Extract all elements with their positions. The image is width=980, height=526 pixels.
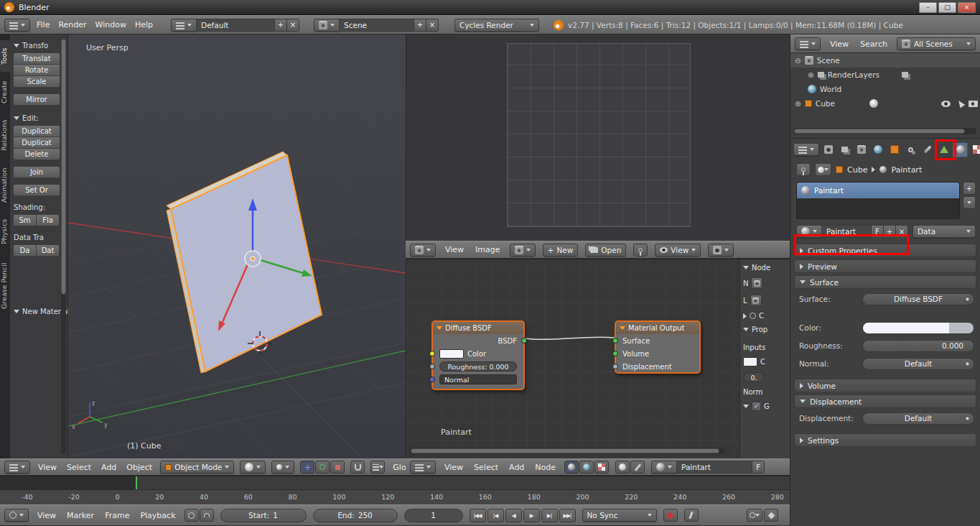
- roughness-value-field[interactable]: 0.000: [862, 340, 974, 352]
- node-editor[interactable]: Diffuse BSDF BSDF Color Roughness: 0.000…: [406, 259, 790, 458]
- close-button[interactable]: ×: [958, 2, 976, 13]
- tab-constraints[interactable]: [903, 142, 918, 157]
- panel-preview[interactable]: Preview: [794, 259, 976, 273]
- add-slot-button[interactable]: +: [963, 182, 976, 195]
- outliner-row-world[interactable]: World: [790, 82, 980, 96]
- expand-icon[interactable]: ⊕: [808, 70, 814, 79]
- rotate-manipulator-icon[interactable]: [315, 461, 330, 474]
- panel-custom-properties[interactable]: Custom Properties: [794, 244, 976, 257]
- tab-relations[interactable]: Relations: [0, 112, 10, 158]
- timeline-menu-marker[interactable]: Marker: [65, 511, 96, 520]
- menu-window[interactable]: Window: [93, 20, 129, 29]
- viewport-shading-selector[interactable]: [240, 461, 266, 474]
- rotate-button[interactable]: Rotate: [13, 64, 60, 76]
- tab-modifiers[interactable]: [920, 142, 935, 157]
- screen-layout-browse[interactable]: [171, 19, 197, 32]
- timeline-ruler[interactable]: -40 -20 0 20 40 60 80 100 120 140 160 18…: [0, 489, 790, 504]
- collapse-icon[interactable]: ⊖: [795, 56, 801, 65]
- translate-button[interactable]: Translat: [13, 52, 60, 65]
- selectable-icon[interactable]: [956, 99, 965, 109]
- slot-specials-button[interactable]: [963, 196, 976, 209]
- tab-texture[interactable]: [969, 142, 980, 157]
- add-scene-button[interactable]: +: [414, 19, 426, 32]
- minimize-button[interactable]: –: [919, 2, 937, 13]
- panel-edit-header[interactable]: Edit:: [14, 114, 65, 122]
- checkbox-icon[interactable]: ✓: [752, 402, 761, 411]
- node-editor-hscrollbar[interactable]: [410, 448, 724, 454]
- screen-layout-name[interactable]: Default: [196, 19, 275, 32]
- grease-pencil-row[interactable]: ✓G: [743, 402, 787, 411]
- image-display-selector[interactable]: [708, 244, 734, 257]
- panel-displacement[interactable]: Displacement: [794, 394, 976, 408]
- translate-manipulator-icon[interactable]: ✛: [300, 461, 314, 474]
- viewport-menu-select[interactable]: Select: [65, 463, 93, 472]
- timeline-menu-view[interactable]: View: [35, 511, 58, 520]
- viewport-menu-object[interactable]: Object: [124, 463, 154, 472]
- material-slot-list[interactable]: Paintart: [796, 182, 960, 219]
- play-button[interactable]: ▶: [523, 509, 540, 522]
- displacement-selector[interactable]: Default: [862, 412, 974, 425]
- new-material-button[interactable]: +: [883, 225, 896, 238]
- scene-name[interactable]: Scene: [339, 19, 414, 32]
- material-browse[interactable]: [651, 461, 677, 474]
- mirror-button[interactable]: Mirror: [13, 93, 60, 106]
- displacement-input-socket[interactable]: [612, 364, 618, 369]
- new-image-button[interactable]: +New: [543, 244, 579, 257]
- pin-image-icon[interactable]: [633, 244, 648, 257]
- menu-file[interactable]: File: [34, 20, 52, 29]
- tool-shelf-scrollbar-thumb[interactable]: [61, 39, 66, 295]
- line-style-icon[interactable]: [630, 461, 645, 474]
- tab-physics[interactable]: Physics: [0, 213, 10, 250]
- node-editor-selector[interactable]: [410, 461, 436, 474]
- breadcrumb-material[interactable]: Paintart: [891, 165, 922, 175]
- image-menu-view[interactable]: View: [443, 245, 466, 254]
- timeline[interactable]: -40 -20 0 20 40 60 80 100 120 140 160 18…: [0, 476, 790, 504]
- keying-flash-icon[interactable]: [684, 509, 699, 522]
- image-view-mode-selector[interactable]: View: [655, 244, 701, 257]
- tab-create[interactable]: Create: [0, 75, 10, 109]
- node-menu-node[interactable]: Node: [533, 463, 558, 472]
- orientation-label[interactable]: Global: [391, 463, 406, 472]
- panel-surface[interactable]: Surface: [794, 275, 976, 289]
- outliner-display-selector[interactable]: All Scenes: [897, 37, 976, 50]
- delete-scene-button[interactable]: ×: [426, 19, 439, 32]
- menu-render[interactable]: Render: [56, 20, 88, 29]
- viewport-menu-add[interactable]: Add: [99, 463, 118, 472]
- tab-grease-pencil[interactable]: Grease Pencil: [0, 253, 10, 319]
- normal-input-socket[interactable]: [429, 377, 435, 382]
- pivot-selector[interactable]: [271, 461, 294, 474]
- add-layout-button[interactable]: +: [274, 19, 287, 32]
- node-link-bsdf-surface[interactable]: [525, 337, 615, 339]
- tab-render-layers[interactable]: [837, 142, 852, 157]
- outliner-editor-selector[interactable]: [795, 37, 821, 50]
- panel-volume[interactable]: Volume: [794, 379, 976, 392]
- outliner-row-renderlayers[interactable]: ⊕ RenderLayers: [790, 68, 980, 82]
- color-swatch-mini[interactable]: [743, 357, 757, 366]
- tab-material[interactable]: [953, 142, 968, 157]
- panel-transform-header[interactable]: Transfo: [14, 42, 65, 50]
- use-preview-range-icon[interactable]: [185, 509, 199, 522]
- mode-selector[interactable]: Object Mode: [160, 461, 234, 474]
- renderable-camera-icon[interactable]: [969, 101, 978, 107]
- tab-tools[interactable]: Tools: [0, 40, 10, 72]
- tab-render[interactable]: [821, 142, 836, 157]
- tab-data[interactable]: [936, 142, 951, 157]
- editor-type-selector[interactable]: [4, 19, 30, 32]
- volume-input-socket[interactable]: [612, 351, 618, 356]
- delete-layout-button[interactable]: ×: [286, 19, 299, 32]
- data-link-selector[interactable]: Data: [913, 225, 976, 238]
- visibility-eye-icon[interactable]: [941, 101, 951, 107]
- bsdf-output-socket[interactable]: [521, 338, 527, 343]
- render-engine-selector[interactable]: Cycles Render: [454, 19, 539, 32]
- node-label-field[interactable]: [750, 295, 762, 306]
- outliner-row-cube[interactable]: ⊕ Cube: [790, 96, 980, 111]
- outliner-hscrollbar-thumb[interactable]: [794, 129, 965, 134]
- lock-time-icon[interactable]: [200, 509, 214, 522]
- value-field[interactable]: 0.: [743, 372, 765, 382]
- window-titlebar[interactable]: Blender – □ ×: [0, 0, 980, 15]
- snap-magnet-icon[interactable]: [350, 461, 365, 474]
- properties-panel-header[interactable]: Prop: [743, 326, 787, 333]
- viewport-editor-selector[interactable]: [4, 461, 30, 474]
- open-image-button[interactable]: Open: [585, 244, 626, 257]
- frame-end-field[interactable]: End:250: [313, 509, 398, 522]
